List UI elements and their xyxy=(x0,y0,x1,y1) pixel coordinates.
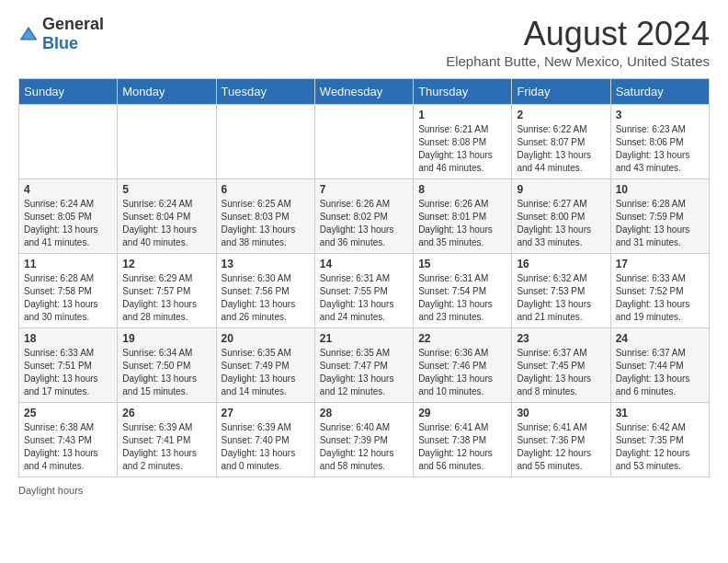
day-detail: Sunrise: 6:36 AMSunset: 7:46 PMDaylight:… xyxy=(418,347,506,398)
calendar-header-row: SundayMondayTuesdayWednesdayThursdayFrid… xyxy=(19,79,710,105)
day-number: 12 xyxy=(122,258,210,270)
day-number: 16 xyxy=(517,258,605,270)
day-detail: Sunrise: 6:31 AMSunset: 7:55 PMDaylight:… xyxy=(320,272,408,324)
day-detail: Sunrise: 6:21 AMSunset: 8:08 PMDaylight:… xyxy=(418,123,506,175)
logo: General Blue xyxy=(18,15,104,53)
day-detail: Sunrise: 6:38 AMSunset: 7:43 PMDaylight:… xyxy=(24,421,112,473)
day-detail: Sunrise: 6:40 AMSunset: 7:39 PMDaylight:… xyxy=(320,421,408,473)
logo-icon xyxy=(18,24,39,44)
day-detail: Sunrise: 6:42 AMSunset: 7:35 PMDaylight:… xyxy=(616,421,704,473)
calendar-cell: 3Sunrise: 6:23 AMSunset: 8:06 PMDaylight… xyxy=(610,105,709,179)
day-detail: Sunrise: 6:35 AMSunset: 7:49 PMDaylight:… xyxy=(222,347,310,398)
location-title: Elephant Butte, New Mexico, United State… xyxy=(446,53,710,69)
day-detail: Sunrise: 6:22 AMSunset: 8:07 PMDaylight:… xyxy=(517,123,605,175)
calendar-cell: 4Sunrise: 6:24 AMSunset: 8:05 PMDaylight… xyxy=(19,179,118,254)
day-number: 6 xyxy=(222,183,310,196)
day-number: 30 xyxy=(517,407,605,419)
calendar-week-row: 11Sunrise: 6:28 AMSunset: 7:58 PMDayligh… xyxy=(19,254,710,328)
day-number: 26 xyxy=(122,407,210,419)
day-number: 14 xyxy=(320,258,408,270)
day-detail: Sunrise: 6:37 AMSunset: 7:45 PMDaylight:… xyxy=(517,347,605,398)
calendar-week-row: 25Sunrise: 6:38 AMSunset: 7:43 PMDayligh… xyxy=(19,403,710,477)
day-number: 9 xyxy=(517,183,605,196)
day-number: 22 xyxy=(418,332,506,345)
day-detail: Sunrise: 6:41 AMSunset: 7:38 PMDaylight:… xyxy=(418,421,506,473)
calendar-cell: 19Sunrise: 6:34 AMSunset: 7:50 PMDayligh… xyxy=(118,328,216,403)
day-detail: Sunrise: 6:28 AMSunset: 7:59 PMDaylight:… xyxy=(616,198,704,249)
calendar-header-cell: Thursday xyxy=(414,79,512,105)
day-number: 1 xyxy=(418,109,506,121)
calendar-cell: 13Sunrise: 6:30 AMSunset: 7:56 PMDayligh… xyxy=(216,254,314,328)
day-detail: Sunrise: 6:33 AMSunset: 7:51 PMDaylight:… xyxy=(24,347,112,398)
calendar-cell: 15Sunrise: 6:31 AMSunset: 7:54 PMDayligh… xyxy=(414,254,512,328)
day-detail: Sunrise: 6:29 AMSunset: 7:57 PMDaylight:… xyxy=(122,272,210,324)
calendar-header-cell: Friday xyxy=(512,79,610,105)
day-detail: Sunrise: 6:37 AMSunset: 7:44 PMDaylight:… xyxy=(616,347,704,398)
title-area: August 2024 Elephant Butte, New Mexico, … xyxy=(446,15,710,69)
footer-note: Daylight hours xyxy=(18,485,710,496)
calendar-cell: 8Sunrise: 6:26 AMSunset: 8:01 PMDaylight… xyxy=(414,179,512,254)
calendar-cell: 6Sunrise: 6:25 AMSunset: 8:03 PMDaylight… xyxy=(216,179,314,254)
day-detail: Sunrise: 6:39 AMSunset: 7:40 PMDaylight:… xyxy=(222,421,310,473)
calendar-cell xyxy=(118,105,216,179)
calendar-week-row: 1Sunrise: 6:21 AMSunset: 8:08 PMDaylight… xyxy=(19,105,710,179)
day-number: 21 xyxy=(320,332,408,345)
day-detail: Sunrise: 6:34 AMSunset: 7:50 PMDaylight:… xyxy=(122,347,210,398)
day-number: 2 xyxy=(517,109,605,121)
day-number: 8 xyxy=(418,183,506,196)
calendar-cell: 30Sunrise: 6:41 AMSunset: 7:36 PMDayligh… xyxy=(512,403,610,477)
day-number: 11 xyxy=(24,258,112,270)
calendar-cell: 7Sunrise: 6:26 AMSunset: 8:02 PMDaylight… xyxy=(314,179,413,254)
day-number: 27 xyxy=(222,407,310,419)
month-title: August 2024 xyxy=(446,15,710,53)
calendar-cell: 11Sunrise: 6:28 AMSunset: 7:58 PMDayligh… xyxy=(19,254,118,328)
calendar-header-cell: Saturday xyxy=(610,79,709,105)
day-detail: Sunrise: 6:24 AMSunset: 8:04 PMDaylight:… xyxy=(122,198,210,249)
day-detail: Sunrise: 6:32 AMSunset: 7:53 PMDaylight:… xyxy=(517,272,605,324)
day-detail: Sunrise: 6:33 AMSunset: 7:52 PMDaylight:… xyxy=(616,272,704,324)
calendar-cell: 16Sunrise: 6:32 AMSunset: 7:53 PMDayligh… xyxy=(512,254,610,328)
day-number: 23 xyxy=(517,332,605,345)
day-detail: Sunrise: 6:24 AMSunset: 8:05 PMDaylight:… xyxy=(24,198,112,249)
calendar-cell: 9Sunrise: 6:27 AMSunset: 8:00 PMDaylight… xyxy=(512,179,610,254)
day-detail: Sunrise: 6:31 AMSunset: 7:54 PMDaylight:… xyxy=(418,272,506,324)
day-number: 31 xyxy=(616,407,704,419)
day-detail: Sunrise: 6:35 AMSunset: 7:47 PMDaylight:… xyxy=(320,347,408,398)
day-number: 20 xyxy=(222,332,310,345)
calendar-header-cell: Tuesday xyxy=(216,79,314,105)
calendar-cell xyxy=(19,105,118,179)
day-detail: Sunrise: 6:25 AMSunset: 8:03 PMDaylight:… xyxy=(222,198,310,249)
calendar-week-row: 4Sunrise: 6:24 AMSunset: 8:05 PMDaylight… xyxy=(19,179,710,254)
day-detail: Sunrise: 6:28 AMSunset: 7:58 PMDaylight:… xyxy=(24,272,112,324)
calendar-cell: 2Sunrise: 6:22 AMSunset: 8:07 PMDaylight… xyxy=(512,105,610,179)
calendar-cell: 17Sunrise: 6:33 AMSunset: 7:52 PMDayligh… xyxy=(610,254,709,328)
day-number: 5 xyxy=(122,183,210,196)
day-number: 3 xyxy=(616,109,704,121)
day-number: 28 xyxy=(320,407,408,419)
calendar-cell: 5Sunrise: 6:24 AMSunset: 8:04 PMDaylight… xyxy=(118,179,216,254)
calendar-header-cell: Wednesday xyxy=(314,79,413,105)
day-number: 25 xyxy=(24,407,112,419)
calendar-cell: 27Sunrise: 6:39 AMSunset: 7:40 PMDayligh… xyxy=(216,403,314,477)
header-area: General Blue August 2024 Elephant Butte,… xyxy=(18,15,710,69)
day-number: 10 xyxy=(616,183,704,196)
day-number: 18 xyxy=(24,332,112,345)
calendar-cell: 22Sunrise: 6:36 AMSunset: 7:46 PMDayligh… xyxy=(414,328,512,403)
calendar-cell: 18Sunrise: 6:33 AMSunset: 7:51 PMDayligh… xyxy=(19,328,118,403)
calendar-cell xyxy=(314,105,413,179)
day-detail: Sunrise: 6:27 AMSunset: 8:00 PMDaylight:… xyxy=(517,198,605,249)
day-number: 24 xyxy=(616,332,704,345)
calendar-cell: 10Sunrise: 6:28 AMSunset: 7:59 PMDayligh… xyxy=(610,179,709,254)
day-number: 17 xyxy=(616,258,704,270)
day-detail: Sunrise: 6:41 AMSunset: 7:36 PMDaylight:… xyxy=(517,421,605,473)
day-number: 29 xyxy=(418,407,506,419)
calendar-week-row: 18Sunrise: 6:33 AMSunset: 7:51 PMDayligh… xyxy=(19,328,710,403)
calendar-cell: 29Sunrise: 6:41 AMSunset: 7:38 PMDayligh… xyxy=(414,403,512,477)
calendar-cell: 21Sunrise: 6:35 AMSunset: 7:47 PMDayligh… xyxy=(314,328,413,403)
calendar-cell xyxy=(216,105,314,179)
day-detail: Sunrise: 6:26 AMSunset: 8:01 PMDaylight:… xyxy=(418,198,506,249)
calendar-cell: 20Sunrise: 6:35 AMSunset: 7:49 PMDayligh… xyxy=(216,328,314,403)
day-detail: Sunrise: 6:30 AMSunset: 7:56 PMDaylight:… xyxy=(222,272,310,324)
day-number: 15 xyxy=(418,258,506,270)
calendar-cell: 12Sunrise: 6:29 AMSunset: 7:57 PMDayligh… xyxy=(118,254,216,328)
